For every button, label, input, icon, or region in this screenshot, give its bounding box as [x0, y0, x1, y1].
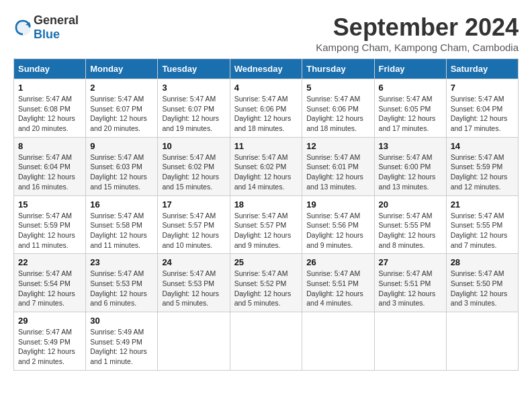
calendar-cell: 22Sunrise: 5:47 AM Sunset: 5:54 PM Dayli… — [14, 254, 86, 312]
calendar-cell: 18Sunrise: 5:47 AM Sunset: 5:57 PM Dayli… — [230, 195, 302, 254]
column-header-monday: Monday — [86, 59, 158, 79]
day-number: 4 — [234, 83, 298, 93]
day-number: 22 — [18, 257, 81, 267]
day-info: Sunrise: 5:47 AM Sunset: 5:53 PM Dayligh… — [90, 269, 153, 308]
day-info: Sunrise: 5:47 AM Sunset: 5:52 PM Dayligh… — [234, 269, 298, 308]
day-info: Sunrise: 5:47 AM Sunset: 6:08 PM Dayligh… — [18, 94, 81, 134]
calendar-cell: 25Sunrise: 5:47 AM Sunset: 5:52 PM Dayli… — [230, 254, 302, 312]
day-number: 6 — [379, 83, 442, 93]
calendar-cell: 3Sunrise: 5:47 AM Sunset: 6:07 PM Daylig… — [158, 79, 230, 138]
calendar-cell: 28Sunrise: 5:47 AM Sunset: 5:50 PM Dayli… — [446, 254, 518, 312]
day-info: Sunrise: 5:47 AM Sunset: 5:54 PM Dayligh… — [18, 269, 81, 308]
day-number: 25 — [234, 257, 298, 267]
month-title: September 2024 — [316, 13, 519, 42]
day-number: 8 — [18, 141, 81, 151]
calendar-cell: 24Sunrise: 5:47 AM Sunset: 5:53 PM Dayli… — [158, 254, 230, 312]
calendar-cell: 23Sunrise: 5:47 AM Sunset: 5:53 PM Dayli… — [86, 254, 158, 312]
calendar-cell: 6Sunrise: 5:47 AM Sunset: 6:05 PM Daylig… — [374, 79, 446, 138]
day-number: 15 — [18, 199, 81, 210]
day-info: Sunrise: 5:47 AM Sunset: 6:00 PM Dayligh… — [379, 152, 442, 192]
calendar-cell: 29Sunrise: 5:47 AM Sunset: 5:49 PM Dayli… — [14, 312, 86, 371]
day-info: Sunrise: 5:47 AM Sunset: 5:50 PM Dayligh… — [451, 269, 514, 308]
logo-general-text: General — [34, 13, 79, 27]
day-info: Sunrise: 5:47 AM Sunset: 6:05 PM Dayligh… — [379, 94, 442, 134]
day-info: Sunrise: 5:47 AM Sunset: 6:02 PM Dayligh… — [162, 152, 225, 192]
calendar-cell: 9Sunrise: 5:47 AM Sunset: 6:03 PM Daylig… — [86, 137, 158, 195]
calendar-table: SundayMondayTuesdayWednesdayThursdayFrid… — [13, 58, 519, 371]
day-number: 12 — [306, 141, 369, 151]
column-header-tuesday: Tuesday — [158, 59, 230, 79]
day-number: 13 — [379, 141, 442, 151]
day-info: Sunrise: 5:47 AM Sunset: 6:02 PM Dayligh… — [234, 152, 298, 192]
day-number: 5 — [306, 83, 369, 93]
day-info: Sunrise: 5:47 AM Sunset: 6:07 PM Dayligh… — [162, 94, 225, 134]
day-info: Sunrise: 5:47 AM Sunset: 6:04 PM Dayligh… — [18, 152, 81, 192]
calendar-cell — [302, 312, 374, 371]
day-number: 19 — [306, 199, 369, 210]
column-header-sunday: Sunday — [14, 59, 86, 79]
calendar-week-row: 22Sunrise: 5:47 AM Sunset: 5:54 PM Dayli… — [14, 254, 519, 312]
day-info: Sunrise: 5:47 AM Sunset: 5:57 PM Dayligh… — [234, 211, 298, 250]
calendar-cell: 17Sunrise: 5:47 AM Sunset: 5:57 PM Dayli… — [158, 195, 230, 254]
column-header-wednesday: Wednesday — [230, 59, 302, 79]
day-info: Sunrise: 5:47 AM Sunset: 6:03 PM Dayligh… — [90, 152, 153, 192]
calendar-week-row: 15Sunrise: 5:47 AM Sunset: 5:59 PM Dayli… — [14, 195, 519, 254]
calendar-cell: 4Sunrise: 5:47 AM Sunset: 6:06 PM Daylig… — [230, 79, 302, 138]
column-header-friday: Friday — [374, 59, 446, 79]
logo-blue-text: Blue — [34, 28, 60, 41]
day-info: Sunrise: 5:47 AM Sunset: 5:57 PM Dayligh… — [162, 211, 225, 250]
calendar-header-row: SundayMondayTuesdayWednesdayThursdayFrid… — [14, 59, 519, 79]
day-number: 17 — [162, 199, 225, 210]
day-number: 14 — [451, 141, 514, 151]
calendar-cell: 8Sunrise: 5:47 AM Sunset: 6:04 PM Daylig… — [14, 137, 86, 195]
day-number: 21 — [451, 199, 514, 210]
calendar-week-row: 8Sunrise: 5:47 AM Sunset: 6:04 PM Daylig… — [14, 137, 519, 195]
logo: General Blue — [13, 13, 79, 42]
day-info: Sunrise: 5:47 AM Sunset: 5:59 PM Dayligh… — [451, 152, 514, 192]
day-number: 7 — [451, 83, 514, 93]
day-info: Sunrise: 5:47 AM Sunset: 6:06 PM Dayligh… — [306, 94, 369, 134]
day-number: 28 — [451, 257, 514, 267]
calendar-cell: 21Sunrise: 5:47 AM Sunset: 5:55 PM Dayli… — [446, 195, 518, 254]
title-area: September 2024 Kampong Cham, Kampong Cha… — [316, 13, 519, 53]
calendar-cell — [230, 312, 302, 371]
day-number: 24 — [162, 257, 225, 267]
column-header-saturday: Saturday — [446, 59, 518, 79]
day-info: Sunrise: 5:47 AM Sunset: 5:49 PM Dayligh… — [18, 327, 81, 367]
calendar-cell: 1Sunrise: 5:47 AM Sunset: 6:08 PM Daylig… — [14, 79, 86, 138]
calendar-cell: 10Sunrise: 5:47 AM Sunset: 6:02 PM Dayli… — [158, 137, 230, 195]
day-info: Sunrise: 5:47 AM Sunset: 5:59 PM Dayligh… — [18, 211, 81, 250]
logo-icon — [13, 18, 32, 37]
day-info: Sunrise: 5:47 AM Sunset: 5:55 PM Dayligh… — [379, 211, 442, 250]
day-info: Sunrise: 5:47 AM Sunset: 5:56 PM Dayligh… — [306, 211, 369, 250]
calendar-cell: 16Sunrise: 5:47 AM Sunset: 5:58 PM Dayli… — [86, 195, 158, 254]
calendar-cell — [446, 312, 518, 371]
day-info: Sunrise: 5:49 AM Sunset: 5:49 PM Dayligh… — [90, 327, 153, 367]
day-info: Sunrise: 5:47 AM Sunset: 6:04 PM Dayligh… — [451, 94, 514, 134]
calendar-cell: 13Sunrise: 5:47 AM Sunset: 6:00 PM Dayli… — [374, 137, 446, 195]
day-info: Sunrise: 5:47 AM Sunset: 6:06 PM Dayligh… — [234, 94, 298, 134]
calendar-cell: 27Sunrise: 5:47 AM Sunset: 5:51 PM Dayli… — [374, 254, 446, 312]
day-info: Sunrise: 5:47 AM Sunset: 5:51 PM Dayligh… — [379, 269, 442, 308]
calendar-cell: 12Sunrise: 5:47 AM Sunset: 6:01 PM Dayli… — [302, 137, 374, 195]
day-info: Sunrise: 5:47 AM Sunset: 6:01 PM Dayligh… — [306, 152, 369, 192]
day-number: 2 — [90, 83, 153, 93]
calendar-cell: 30Sunrise: 5:49 AM Sunset: 5:49 PM Dayli… — [86, 312, 158, 371]
day-info: Sunrise: 5:47 AM Sunset: 5:55 PM Dayligh… — [451, 211, 514, 250]
calendar-cell: 2Sunrise: 5:47 AM Sunset: 6:07 PM Daylig… — [86, 79, 158, 138]
calendar-cell — [158, 312, 230, 371]
day-info: Sunrise: 5:47 AM Sunset: 5:58 PM Dayligh… — [90, 211, 153, 250]
day-number: 20 — [379, 199, 442, 210]
day-number: 11 — [234, 141, 298, 151]
calendar-cell: 7Sunrise: 5:47 AM Sunset: 6:04 PM Daylig… — [446, 79, 518, 138]
calendar-cell: 15Sunrise: 5:47 AM Sunset: 5:59 PM Dayli… — [14, 195, 86, 254]
day-number: 18 — [234, 199, 298, 210]
day-number: 30 — [90, 316, 153, 326]
day-number: 29 — [18, 316, 81, 326]
header: General Blue September 2024 Kampong Cham… — [13, 13, 519, 53]
calendar-cell: 11Sunrise: 5:47 AM Sunset: 6:02 PM Dayli… — [230, 137, 302, 195]
day-number: 10 — [162, 141, 225, 151]
day-number: 9 — [90, 141, 153, 151]
day-number: 27 — [379, 257, 442, 267]
day-number: 23 — [90, 257, 153, 267]
